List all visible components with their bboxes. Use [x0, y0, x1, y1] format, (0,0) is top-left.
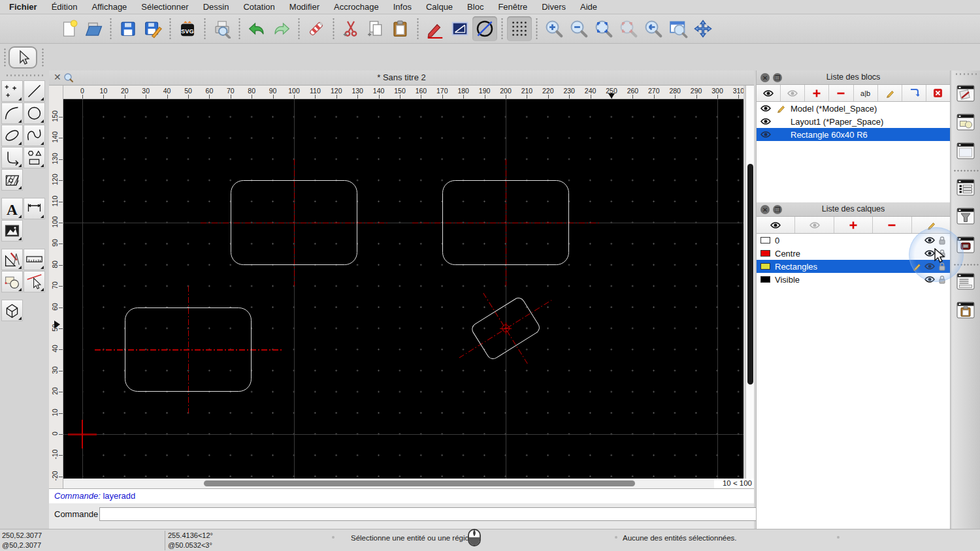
grid-toggle-button[interactable]: [507, 16, 532, 41]
tool-drafting[interactable]: [1, 249, 23, 270]
layer-list-item[interactable]: Visible: [757, 273, 950, 286]
block-visibility-eye-icon[interactable]: [760, 104, 771, 112]
zoom-window-button[interactable]: [666, 16, 691, 41]
layer-list-item[interactable]: Rectangles: [757, 260, 950, 273]
layer-visibility-eye-icon[interactable]: [924, 236, 935, 244]
cad-rounded-rectangle[interactable]: [442, 180, 569, 265]
print-preview-button[interactable]: [210, 16, 235, 41]
menu-affichage[interactable]: Affichage: [84, 0, 134, 14]
tool-ruler[interactable]: [24, 249, 45, 270]
tool-ellipse[interactable]: [1, 125, 23, 146]
layer-lock-icon[interactable]: [938, 249, 946, 258]
rename-block-button[interactable]: a|b: [854, 85, 878, 101]
tool-image[interactable]: [1, 220, 23, 242]
menu-fenetre[interactable]: Fenêtre: [491, 0, 534, 14]
new-button[interactable]: [56, 16, 81, 41]
block-visibility-eye-icon[interactable]: [760, 131, 771, 138]
add-block-button[interactable]: [805, 85, 829, 101]
tool-line[interactable]: [24, 80, 45, 102]
svg-export-button[interactable]: SVG: [175, 16, 200, 41]
dock-list-toggle[interactable]: [956, 176, 975, 198]
copy-button[interactable]: [363, 16, 388, 41]
dock-clipboard-toggle[interactable]: [956, 299, 975, 321]
layer-visibility-eye-icon[interactable]: [924, 276, 935, 283]
redo-button[interactable]: [269, 16, 294, 41]
block-list-item[interactable]: Rectangle 60x40 R6: [757, 128, 950, 141]
zoom-out-button[interactable]: [566, 16, 591, 41]
layer-visibility-eye-icon[interactable]: [924, 249, 935, 257]
menu-accrochage[interactable]: Accrochage: [327, 0, 386, 14]
block-edit-pencil-icon[interactable]: [776, 104, 785, 113]
hscroll-thumb[interactable]: [204, 480, 635, 486]
block-visibility-eye-icon[interactable]: [760, 118, 771, 125]
undo-button[interactable]: [244, 16, 269, 41]
draw-line-button[interactable]: [448, 16, 472, 41]
tool-circle[interactable]: [24, 102, 45, 124]
layer-list-item[interactable]: 0: [757, 234, 950, 247]
select-tool-button[interactable]: [8, 46, 37, 69]
layer-edit-pencil-icon[interactable]: [912, 262, 921, 271]
add-layer-button[interactable]: [834, 217, 873, 233]
layer-lock-icon[interactable]: [938, 236, 946, 245]
save-button[interactable]: [116, 16, 140, 41]
zoom-back-button[interactable]: [641, 16, 666, 41]
menu-edition[interactable]: Édition: [44, 0, 85, 14]
layer-color-swatch[interactable]: [760, 237, 770, 244]
canvas-horizontal-scrollbar[interactable]: [63, 479, 714, 488]
drag-handle-icon[interactable]: [42, 48, 44, 67]
hide-all-layers-button[interactable]: [795, 217, 834, 233]
delete-button[interactable]: [304, 16, 329, 41]
tool-box-3d[interactable]: [1, 300, 23, 321]
tool-modify[interactable]: [1, 271, 23, 292]
edit-block-button[interactable]: [878, 85, 902, 101]
menu-calque[interactable]: Calque: [419, 0, 460, 14]
zoom-previous-button[interactable]: [616, 16, 641, 41]
zoom-pan-button[interactable]: [691, 16, 715, 41]
layer-color-swatch[interactable]: [760, 276, 770, 283]
draw-circle-button[interactable]: [472, 16, 497, 41]
layer-lock-icon[interactable]: [938, 275, 946, 284]
zoom-in-button[interactable]: [542, 16, 566, 41]
save-as-button[interactable]: [140, 16, 165, 41]
remove-layer-button[interactable]: [873, 217, 911, 233]
menu-infos[interactable]: Infos: [386, 0, 419, 14]
menu-fichier[interactable]: Fichier: [9, 0, 44, 14]
dock-modify-toggle[interactable]: [956, 111, 975, 133]
dock-command-toggle[interactable]: [956, 270, 975, 292]
paste-button[interactable]: [388, 16, 413, 41]
tool-dimension[interactable]: [24, 198, 45, 219]
menu-cotation[interactable]: Cotation: [236, 0, 282, 14]
cad-rounded-rectangle[interactable]: [125, 307, 252, 392]
delete-block-button[interactable]: [926, 85, 950, 101]
open-button[interactable]: [81, 16, 106, 41]
drag-handle-icon[interactable]: [955, 73, 977, 75]
zoom-auto-button[interactable]: [591, 16, 616, 41]
tool-shapes[interactable]: [24, 147, 45, 168]
layer-lock-icon[interactable]: [938, 262, 946, 271]
drag-handle-icon[interactable]: [4, 48, 6, 67]
dock-library-toggle[interactable]: [956, 234, 975, 256]
cad-rounded-rectangle[interactable]: [231, 180, 357, 265]
show-all-blocks-button[interactable]: [757, 85, 781, 101]
block-list-item[interactable]: Layout1 (*Paper_Space): [757, 115, 950, 128]
cut-button[interactable]: [338, 16, 363, 41]
menu-aide[interactable]: Aide: [573, 0, 604, 14]
tool-text[interactable]: A: [1, 198, 23, 219]
dock-blank-toggle[interactable]: [956, 140, 975, 162]
layer-color-swatch[interactable]: [760, 263, 770, 270]
dock-filter-toggle[interactable]: [956, 205, 975, 227]
layer-visibility-eye-icon[interactable]: [924, 262, 935, 270]
edit-layer-button[interactable]: [912, 217, 950, 233]
tool-points[interactable]: [1, 80, 23, 102]
layer-list-item[interactable]: Centre: [757, 247, 950, 260]
menu-divers[interactable]: Divers: [534, 0, 573, 14]
canvas-vertical-scrollbar[interactable]: [745, 86, 754, 479]
menu-bloc[interactable]: Bloc: [460, 0, 491, 14]
drag-handle-icon[interactable]: [5, 74, 43, 76]
layer-color-swatch[interactable]: [760, 250, 770, 257]
hide-all-blocks-button[interactable]: [781, 85, 805, 101]
tool-hatch[interactable]: [1, 169, 23, 191]
tool-polyline[interactable]: [1, 147, 23, 168]
menu-dessin[interactable]: Dessin: [196, 0, 237, 14]
draw-pencil-button[interactable]: [423, 16, 448, 41]
